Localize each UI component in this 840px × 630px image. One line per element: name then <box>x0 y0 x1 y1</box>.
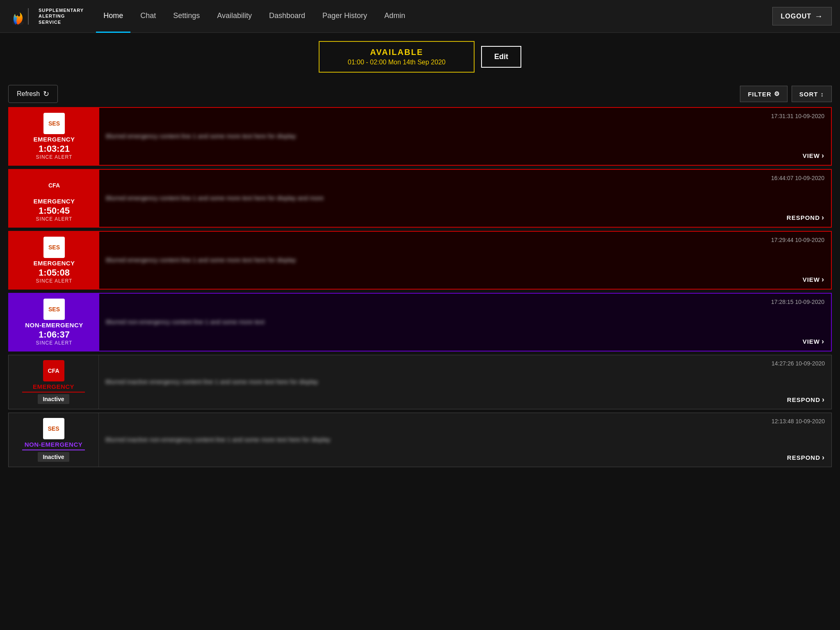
alert-content-1: Blurred emergency content line 1 and som… <box>99 170 741 227</box>
alert-type-4: EMERGENCY <box>33 383 74 390</box>
alert-action-button-0[interactable]: VIEW › <box>803 151 824 160</box>
alert-left-3: SES NON-EMERGENCY 1:06:37 SINCE ALERT <box>9 294 99 351</box>
alert-content-2: Blurred emergency content line 1 and som… <box>99 232 741 289</box>
alert-left-5: SES NON-EMERGENCY Inactive <box>9 413 99 467</box>
chevron-right-icon-5: › <box>822 453 825 462</box>
alert-left-0: SES EMERGENCY 1:03:21 SINCE ALERT <box>9 108 99 165</box>
alert-content-3: Blurred non-emergency content line 1 and… <box>99 294 741 351</box>
alerts-list: SES EMERGENCY 1:03:21 SINCE ALERT Blurre… <box>0 107 840 479</box>
alert-action-label-1: RESPOND <box>787 214 820 221</box>
nav-pager-history[interactable]: Pager History <box>315 0 374 33</box>
alert-timer-2: 1:05:08 <box>39 267 70 278</box>
alert-content-text-0: Blurred emergency content line 1 and som… <box>106 132 734 141</box>
alert-action-label-4: RESPOND <box>787 396 820 403</box>
nav-home[interactable]: Home <box>96 0 130 33</box>
alert-right-1: 16:44:07 10-09-2020 RESPOND › <box>741 170 831 227</box>
nav-dashboard[interactable]: Dashboard <box>262 0 313 33</box>
filter-label: FILTER <box>748 91 771 98</box>
edit-availability-button[interactable]: Edit <box>481 46 521 68</box>
alert-underline-5 <box>22 450 85 450</box>
alert-action-button-4[interactable]: RESPOND › <box>787 395 825 404</box>
sort-button[interactable]: SORT ↕ <box>792 86 832 102</box>
alert-left-2: SES EMERGENCY 1:05:08 SINCE ALERT <box>9 232 99 289</box>
alert-inactive-badge-4: Inactive <box>38 394 69 404</box>
alert-since-3: SINCE ALERT <box>36 340 73 346</box>
alert-content-5: Blurred inactive non-emergency content l… <box>99 413 741 467</box>
alert-icon-0: SES <box>43 113 65 134</box>
nav-admin[interactable]: Admin <box>377 0 413 33</box>
logout-arrow-icon: → <box>815 11 823 21</box>
alert-right-0: 17:31:31 10-09-2020 VIEW › <box>741 108 831 165</box>
alert-icon-1: CFA <box>43 175 65 196</box>
logout-button[interactable]: LOGOUT → <box>772 7 832 25</box>
availability-bar: AVAILABLE 01:00 - 02:00 Mon 14th Sep 202… <box>0 33 840 81</box>
alert-since-0: SINCE ALERT <box>36 154 73 160</box>
alert-since-2: SINCE ALERT <box>36 278 73 284</box>
logo-icon <box>8 7 28 26</box>
toolbar-right: FILTER ⚙ SORT ↕ <box>740 86 832 102</box>
refresh-button[interactable]: Refresh ↻ <box>8 85 58 103</box>
alert-left-4: CFA EMERGENCY Inactive <box>9 355 99 409</box>
alert-content-0: Blurred emergency content line 1 and som… <box>99 108 741 165</box>
alert-content-text-4: Blurred inactive emergency content line … <box>105 377 735 387</box>
chevron-right-icon-2: › <box>822 275 824 284</box>
nav-chat[interactable]: Chat <box>133 0 163 33</box>
alert-timer-0: 1:03:21 <box>39 144 70 154</box>
toolbar: Refresh ↻ FILTER ⚙ SORT ↕ <box>0 81 840 107</box>
alert-content-text-5: Blurred inactive non-emergency content l… <box>105 435 735 445</box>
alert-card-0: SES EMERGENCY 1:03:21 SINCE ALERT Blurre… <box>8 107 832 166</box>
alert-content-text-2: Blurred emergency content line 1 and som… <box>106 256 734 265</box>
alert-icon-2: SES <box>43 237 65 258</box>
chevron-right-icon-1: › <box>822 213 824 222</box>
alert-icon-5: SES <box>43 418 64 439</box>
alert-timer-3: 1:06:37 <box>39 329 70 340</box>
alert-timestamp-1: 16:44:07 10-09-2020 <box>771 175 824 181</box>
nav-links: Home Chat Settings Availability Dashboar… <box>96 0 772 33</box>
alert-type-5: NON-EMERGENCY <box>25 441 83 448</box>
alert-content-text-1: Blurred emergency content line 1 and som… <box>106 194 734 203</box>
alert-underline-4 <box>22 392 85 393</box>
alert-type-0: EMERGENCY <box>33 136 75 143</box>
refresh-icon: ↻ <box>43 89 49 98</box>
filter-button[interactable]: FILTER ⚙ <box>740 86 787 102</box>
alert-timestamp-4: 14:27:26 10-09-2020 <box>772 360 825 367</box>
nav-settings[interactable]: Settings <box>166 0 207 33</box>
filter-icon: ⚙ <box>774 90 780 98</box>
alert-action-button-5[interactable]: RESPOND › <box>787 453 825 462</box>
alert-content-4: Blurred inactive emergency content line … <box>99 355 741 409</box>
alert-right-2: 17:29:44 10-09-2020 VIEW › <box>741 232 831 289</box>
alert-timestamp-5: 12:13:48 10-09-2020 <box>772 418 825 425</box>
availability-badge: AVAILABLE 01:00 - 02:00 Mon 14th Sep 202… <box>319 41 475 73</box>
alert-card-3: SES NON-EMERGENCY 1:06:37 SINCE ALERT Bl… <box>8 293 832 352</box>
availability-status: AVAILABLE <box>336 48 457 57</box>
logo: SUPPLEMENTARY ALERTING SERVICE <box>8 7 84 26</box>
alert-action-label-2: VIEW <box>803 276 820 283</box>
alert-action-label-5: RESPOND <box>787 454 820 461</box>
alert-action-button-3[interactable]: VIEW › <box>803 337 824 346</box>
alert-timestamp-3: 17:28:15 10-09-2020 <box>771 299 824 305</box>
alert-card-5: SES NON-EMERGENCY Inactive Blurred inact… <box>8 413 832 467</box>
alert-action-button-1[interactable]: RESPOND › <box>787 213 824 222</box>
alert-card-4: CFA EMERGENCY Inactive Blurred inactive … <box>8 355 832 409</box>
chevron-right-icon-4: › <box>822 395 825 404</box>
logo-divider <box>28 8 29 25</box>
chevron-right-icon-0: › <box>822 151 824 160</box>
logout-label: LOGOUT <box>781 13 811 20</box>
alert-right-5: 12:13:48 10-09-2020 RESPOND › <box>741 413 831 467</box>
alert-right-3: 17:28:15 10-09-2020 VIEW › <box>741 294 831 351</box>
alert-card-1: CFA EMERGENCY 1:50:45 SINCE ALERT Blurre… <box>8 169 832 228</box>
navbar: SUPPLEMENTARY ALERTING SERVICE Home Chat… <box>0 0 840 33</box>
alert-left-1: CFA EMERGENCY 1:50:45 SINCE ALERT <box>9 170 99 227</box>
alert-type-2: EMERGENCY <box>33 260 75 267</box>
alert-action-button-2[interactable]: VIEW › <box>803 275 824 284</box>
alert-icon-3: SES <box>43 299 65 320</box>
alert-action-label-0: VIEW <box>803 152 820 159</box>
alert-inactive-badge-5: Inactive <box>38 452 69 462</box>
alert-type-3: NON-EMERGENCY <box>25 322 83 329</box>
alert-timestamp-0: 17:31:31 10-09-2020 <box>771 113 824 119</box>
alert-timer-1: 1:50:45 <box>39 205 70 216</box>
nav-availability[interactable]: Availability <box>210 0 259 33</box>
alert-content-text-3: Blurred non-emergency content line 1 and… <box>106 317 734 327</box>
alert-action-label-3: VIEW <box>803 338 820 345</box>
refresh-label: Refresh <box>17 90 40 98</box>
